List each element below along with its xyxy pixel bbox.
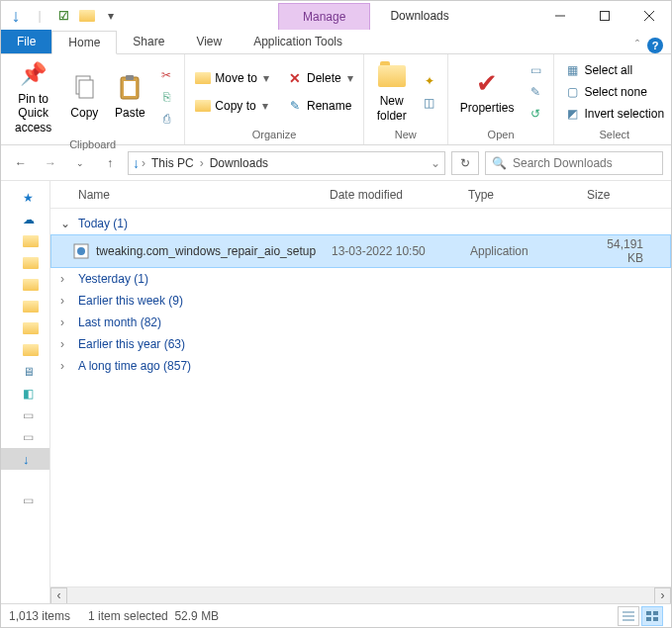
nav-item-c[interactable]: ▭: [1, 426, 49, 448]
scroll-left-button[interactable]: ‹: [50, 587, 67, 604]
qat-customize-icon[interactable]: ▾: [100, 5, 122, 27]
tab-view[interactable]: View: [180, 30, 238, 53]
window-title: Downloads: [390, 9, 448, 23]
nav-this-pc[interactable]: 🖥: [1, 361, 49, 383]
group-yesterday[interactable]: ›Yesterday (1): [50, 268, 671, 290]
move-to-button[interactable]: Move to▾: [191, 68, 273, 88]
chevron-right-icon: ›: [60, 315, 72, 329]
nav-folder-2[interactable]: [1, 252, 49, 274]
new-item-button[interactable]: ✦: [418, 71, 441, 91]
move-to-icon: [195, 70, 211, 86]
group-today[interactable]: ⌄Today (1): [50, 213, 671, 234]
nav-item-b[interactable]: ▭: [1, 404, 49, 426]
qat-new-folder-icon[interactable]: [76, 5, 98, 27]
group-last-month[interactable]: ›Last month (82): [50, 312, 671, 333]
select-all-label: Select all: [584, 63, 632, 77]
search-input[interactable]: [513, 156, 661, 170]
col-header-name[interactable]: Name: [72, 188, 330, 202]
history-button[interactable]: ↺: [524, 104, 547, 124]
chevron-down-icon[interactable]: ⌄: [431, 156, 440, 170]
rename-label: Rename: [307, 99, 351, 113]
search-box[interactable]: 🔍: [485, 151, 663, 175]
select-none-button[interactable]: ▢Select none: [560, 82, 668, 102]
nav-folder-6[interactable]: [1, 339, 49, 361]
tab-share[interactable]: Share: [117, 30, 180, 53]
qat-properties-icon[interactable]: ☑: [52, 5, 74, 27]
chevron-right-icon[interactable]: ›: [142, 156, 145, 170]
help-icon[interactable]: ?: [647, 38, 663, 53]
recent-locations-button[interactable]: ⌄: [68, 151, 92, 175]
cut-button[interactable]: ✂: [154, 65, 178, 85]
pin-quick-access-button[interactable]: 📌 Pin to Quick access: [7, 56, 59, 136]
qat-app-icon[interactable]: ↓: [5, 5, 27, 27]
nav-folder-1[interactable]: [1, 230, 49, 252]
nav-onedrive[interactable]: ☁: [1, 209, 49, 230]
open-button[interactable]: ▭: [524, 60, 547, 80]
svg-rect-7: [124, 81, 136, 96]
group-this-year[interactable]: ›Earlier this year (63): [50, 333, 671, 355]
crumb-downloads[interactable]: Downloads: [206, 154, 272, 172]
horizontal-scrollbar[interactable]: ‹ ›: [50, 586, 671, 603]
view-thumbnails-button[interactable]: [641, 606, 663, 626]
col-header-size[interactable]: Size: [587, 188, 671, 202]
delete-button[interactable]: ✕Delete▾: [283, 68, 357, 88]
crumb-this-pc[interactable]: This PC: [147, 154, 198, 172]
tab-file[interactable]: File: [1, 30, 51, 53]
invert-selection-button[interactable]: ◩Invert selection: [560, 104, 668, 124]
maximize-button[interactable]: [582, 1, 626, 31]
col-header-date[interactable]: Date modified: [330, 188, 468, 202]
properties-button[interactable]: ✔ Properties: [454, 65, 521, 117]
paste-shortcut-button[interactable]: ⎙: [154, 109, 178, 129]
chevron-right-icon: ›: [60, 294, 72, 308]
svg-rect-16: [646, 617, 651, 621]
edit-button[interactable]: ✎: [524, 82, 547, 102]
context-tab-manage[interactable]: Manage: [278, 3, 370, 30]
svg-rect-5: [79, 80, 93, 98]
group-this-week[interactable]: ›Earlier this week (9): [50, 290, 671, 312]
scroll-right-button[interactable]: ›: [654, 587, 671, 604]
group-label-organize: Organize: [191, 127, 356, 142]
nav-quick-access[interactable]: ★: [1, 187, 49, 209]
file-list[interactable]: ⌄Today (1) tweaking.com_windows_repair_a…: [50, 209, 671, 586]
svg-rect-15: [653, 611, 658, 615]
new-folder-icon: [376, 60, 408, 92]
search-icon: 🔍: [492, 156, 507, 170]
minimize-button[interactable]: [537, 1, 582, 31]
new-item-icon: ✦: [422, 73, 437, 89]
tab-home[interactable]: Home: [51, 31, 117, 54]
nav-folder-3[interactable]: [1, 274, 49, 296]
nav-folder-4[interactable]: [1, 296, 49, 317]
group-long-ago[interactable]: ›A long time ago (857): [50, 355, 671, 377]
chevron-right-icon[interactable]: ›: [200, 156, 204, 170]
file-row[interactable]: tweaking.com_windows_repair_aio_setup 13…: [50, 234, 671, 268]
easy-access-button[interactable]: ◫: [418, 93, 441, 113]
col-header-type[interactable]: Type: [468, 188, 587, 202]
ribbon-collapse-icon[interactable]: ˆ: [635, 39, 639, 52]
navigation-pane[interactable]: ★ ☁ 🖥 ◧ ▭ ▭ ↓ ▭: [1, 181, 50, 603]
refresh-button[interactable]: ↻: [451, 151, 479, 175]
breadcrumb-bar[interactable]: ↓ › This PC › Downloads ⌄: [128, 151, 445, 175]
forward-button[interactable]: →: [39, 151, 62, 175]
invert-label: Invert selection: [584, 107, 664, 121]
back-button[interactable]: ←: [9, 151, 33, 175]
tab-application-tools[interactable]: Application Tools: [238, 30, 358, 53]
nav-downloads[interactable]: ↓: [1, 448, 49, 470]
copy-path-button[interactable]: ⎘: [154, 87, 178, 107]
close-button[interactable]: [626, 1, 671, 31]
up-button[interactable]: ↑: [98, 151, 122, 175]
view-details-button[interactable]: [618, 606, 639, 626]
copy-to-button[interactable]: Copy to▾: [191, 96, 273, 116]
select-all-button[interactable]: ▦Select all: [560, 60, 668, 80]
properties-icon: ✔: [471, 67, 503, 99]
paste-button[interactable]: Paste: [109, 70, 150, 122]
nav-folder-5[interactable]: [1, 317, 49, 339]
nav-item-d[interactable]: ▭: [1, 490, 49, 511]
copy-button[interactable]: Copy: [63, 70, 105, 122]
history-icon: ↺: [528, 106, 543, 122]
new-folder-button[interactable]: New folder: [370, 58, 414, 125]
nav-item-a[interactable]: ◧: [1, 383, 49, 404]
delete-icon: ✕: [287, 70, 303, 86]
group-label: A long time ago (857): [78, 359, 191, 373]
ribbon-group-select: ▦Select all ▢Select none ◩Invert selecti…: [554, 54, 672, 144]
rename-button[interactable]: ✎Rename: [283, 96, 357, 116]
